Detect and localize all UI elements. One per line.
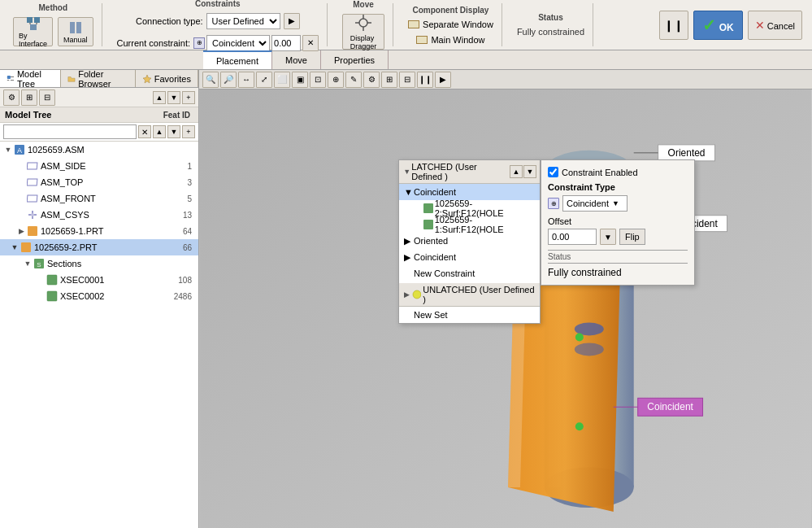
zoom-in-button[interactable]: 🔍 (202, 72, 219, 88)
current-constraint-select[interactable]: Coincident (206, 35, 270, 51)
tree-row[interactable]: ▼ 1025659-2.PRT 66 (0, 239, 198, 255)
search-clear-button[interactable]: ✕ (138, 125, 151, 138)
tree-row[interactable]: ASM_SIDE 1 (0, 158, 198, 174)
dragger-icon (354, 13, 373, 34)
constraint-status-value: Fully constrained (548, 267, 688, 278)
tree-expand-prt1[interactable]: ▶ (16, 226, 26, 236)
tab-model-tree[interactable]: Model Tree (0, 70, 61, 87)
svg-point-33 (413, 290, 421, 299)
search-prev-result-button[interactable]: ▲ (153, 125, 166, 138)
overlay-scroll-down-button[interactable]: ▼ (523, 165, 536, 178)
main-area: Model Tree Folder Browser Favorites ⚙ ⊞ … (0, 70, 812, 528)
overlay-expand[interactable]: ▼ (402, 167, 411, 177)
overlay-item[interactable]: New Constraint (399, 265, 540, 281)
tree-row[interactable]: XSEC0001 108 (0, 272, 198, 288)
viewport-toolbar: 🔍 🔎 ↔ ⤢ ⬜ ▣ ⊡ ⊕ ✎ ⚙ ⊞ ⊟ ❙❙ ▶ (199, 70, 812, 89)
tree-expand-prt2[interactable]: ▼ (10, 242, 20, 252)
overlay-item[interactable]: 1025659-1:Surf:F12(HOLE (399, 216, 540, 233)
overlay-item[interactable]: ▶ Coincident (399, 249, 540, 265)
display-dragger-button[interactable]: DisplayDragger (342, 14, 384, 50)
svg-marker-16 (143, 75, 151, 83)
tree-row[interactable]: ▶ 1025659-1.PRT 64 (0, 223, 198, 239)
zoom-out-button[interactable]: 🔎 (220, 72, 237, 88)
tab-placement[interactable]: Placement (203, 50, 272, 69)
settings-button[interactable]: ⚙ (363, 72, 380, 88)
refit-button[interactable]: ⤢ (256, 72, 272, 88)
tree-prev-button[interactable]: ▲ (153, 91, 166, 104)
part-icon (26, 225, 39, 238)
offset-section: Offset ▼ Flip (548, 216, 688, 245)
pause-icon: ❙❙ (664, 19, 684, 32)
view3-button[interactable]: ⊡ (310, 72, 326, 88)
ok-button[interactable]: ✓ OK (693, 11, 742, 40)
svg-point-41 (575, 333, 584, 341)
by-interface-button[interactable]: ByInterface (13, 17, 53, 46)
pause-view-button[interactable]: ❙❙ (417, 72, 433, 88)
constraint-type-dropdown[interactable]: Coincident ▼ (562, 195, 627, 212)
xsec-icon (46, 290, 59, 303)
remove-view-button[interactable]: ⊟ (399, 72, 415, 88)
tab-folder-browser[interactable]: Folder Browser (61, 70, 136, 87)
tree-add-button[interactable]: + (182, 91, 195, 104)
tree-expand-sections[interactable]: ▼ (23, 259, 33, 268)
play-button[interactable]: ▶ (435, 72, 451, 88)
view2-button[interactable]: ▣ (292, 72, 308, 88)
constraint-type-row: ⊕ Coincident ▼ (548, 195, 688, 212)
sketch-button[interactable]: ✎ (345, 72, 362, 88)
fit-view-button[interactable]: ↔ (238, 72, 254, 88)
status-divider: Status (548, 250, 688, 264)
constraint-clear-button[interactable]: ✕ (302, 35, 319, 51)
tree-row[interactable]: ASM_TOP 3 (0, 174, 198, 190)
overlay-item[interactable]: ▼ Coincident (399, 184, 540, 200)
svg-rect-5 (70, 22, 75, 33)
by-interface-label: ByInterface (19, 32, 47, 48)
tree-expand-asm[interactable]: ▼ (3, 145, 13, 155)
tree-row[interactable]: ▼ A 1025659.ASM (0, 142, 198, 158)
overlay-item[interactable]: 1025659-2:Surf:F12(HOLE (399, 200, 540, 216)
unlatched-icon (412, 290, 422, 299)
svg-point-42 (575, 422, 584, 430)
tab-favorites[interactable]: Favorites (136, 70, 198, 87)
overlay-new-set-item[interactable]: New Set (399, 307, 540, 323)
tree-row[interactable]: XSEC0002 2486 (0, 288, 198, 304)
constraint-offset-input[interactable] (271, 35, 301, 51)
constraint-enabled-checkbox[interactable] (548, 167, 558, 177)
overlay-unlatched-expand[interactable]: ▶ (402, 290, 412, 299)
view4-button[interactable]: ⊕ (328, 72, 344, 88)
search-add-button[interactable]: + (182, 125, 195, 138)
manual-label: Manual (63, 36, 88, 44)
tab-properties[interactable]: Properties (321, 50, 389, 69)
connection-type-arrow-button[interactable]: ▶ (284, 13, 300, 29)
view1-button[interactable]: ⬜ (274, 72, 290, 88)
tree-settings-button[interactable]: ⚙ (3, 89, 20, 106)
tab-move[interactable]: Move (272, 50, 321, 69)
offset-dropdown-button[interactable]: ▼ (600, 229, 616, 245)
connection-type-select[interactable]: User Defined (206, 13, 280, 29)
constraint-tree-panel: ▼ LATCHED (User Defined ) ▲ ▼ ▼ Coincide… (398, 159, 541, 324)
status-fully-constrained: Fully constrained (517, 27, 584, 37)
offset-value-input[interactable] (548, 229, 597, 245)
overlay-item[interactable]: ▶ Oriented (399, 233, 540, 249)
tree-row[interactable]: ASM_CSYS 13 (0, 207, 198, 223)
svg-rect-0 (27, 17, 33, 23)
svg-point-7 (359, 19, 367, 27)
pause-button[interactable]: ❙❙ (659, 11, 688, 40)
main-window-icon (416, 36, 428, 44)
tree-search-input[interactable] (3, 124, 137, 139)
tree-next-button[interactable]: ▼ (167, 91, 180, 104)
constraint-properties-panel: Constraint Enabled Constraint Type ⊕ Coi… (541, 159, 695, 286)
tree-collapse-all-button[interactable]: ⊟ (39, 89, 55, 106)
search-next-result-button[interactable]: ▼ (167, 125, 180, 138)
tree-row[interactable]: ▼ S Sections (0, 255, 198, 272)
tree-header: Model Tree Feat ID (0, 107, 198, 123)
flip-button[interactable]: Flip (619, 229, 645, 245)
tree-row[interactable]: ASM_FRONT 5 (0, 190, 198, 207)
overlay-scroll-up-button[interactable]: ▲ (510, 165, 523, 178)
tree-expand-all-button[interactable]: ⊞ (21, 89, 37, 106)
manual-button[interactable]: Manual (58, 17, 93, 46)
svg-rect-25 (28, 226, 37, 236)
cancel-button[interactable]: ✕ Cancel (748, 11, 802, 40)
plane-icon (26, 176, 39, 189)
component-display-group: Component Display Separate Window Main W… (400, 3, 502, 46)
add-view-button[interactable]: ⊞ (381, 72, 397, 88)
